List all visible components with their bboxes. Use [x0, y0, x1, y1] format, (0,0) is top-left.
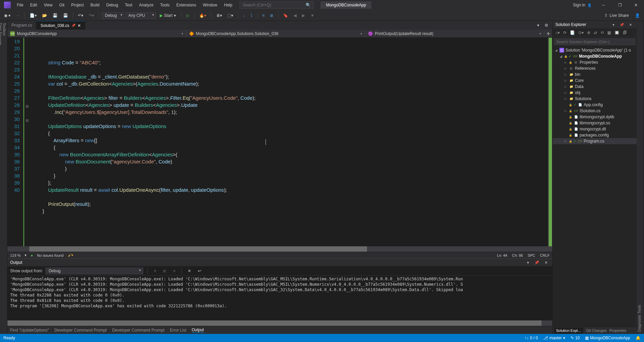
output-text[interactable]: 'MongoDBConsoleApp.exe' (CLR v4.0.30319:… — [7, 276, 552, 320]
bottom-tab-4[interactable]: Output — [192, 328, 204, 333]
account-icon[interactable]: 👤 — [633, 12, 642, 19]
fold-button[interactable]: ⊟ — [26, 103, 29, 110]
close-button[interactable]: ✕ — [629, 0, 643, 10]
tab-Program.cs[interactable]: Program.cs — [7, 21, 36, 30]
tab-Solution_038.cs[interactable]: Solution_038.cs📌✕ — [36, 21, 85, 30]
tab-settings-button[interactable]: ⚙ — [543, 22, 550, 29]
tree-item-Program.cs[interactable]: ▷🔒✓C#Program.cs — [553, 138, 637, 144]
split-button[interactable]: ✢ — [544, 30, 552, 37]
minimap-scrollbar[interactable] — [548, 38, 552, 246]
open-button[interactable]: 📂 — [40, 12, 49, 19]
save-all-button[interactable]: 💾 — [61, 12, 70, 19]
bottom-tab-2[interactable]: Developer Command Prompt — [112, 328, 164, 333]
outline-margin[interactable]: ⊟⊟ — [23, 38, 30, 246]
solution-tree[interactable]: ◢◫Solution 'MongoDBConsoleApp' (1 o◢🔒✓C#… — [553, 46, 637, 327]
se-btn-6[interactable]: 🗐 — [621, 29, 628, 36]
tb-btn-3[interactable]: ≣ — [268, 12, 275, 19]
menu-project[interactable]: Project — [68, 1, 87, 9]
se-dropdown-button[interactable]: ▾ — [611, 22, 616, 28]
bookmark-button[interactable]: 🔖 — [281, 12, 290, 19]
menu-edit[interactable]: Edit — [27, 1, 40, 9]
menu-build[interactable]: Build — [87, 1, 103, 9]
tree-item-References[interactable]: ▷⊞References — [553, 65, 637, 71]
tree-item-libmongocrypt.dylib[interactable]: 🔒📄libmongocrypt.dylib — [553, 114, 637, 120]
se-search-input[interactable] — [554, 38, 635, 45]
menu-view[interactable]: View — [40, 1, 56, 9]
start-no-debug-button[interactable]: ▷ — [184, 12, 191, 19]
output-pin-button[interactable]: 📌 — [532, 259, 541, 266]
nav-class-dropdown[interactable]: 🔶MongoDBConsoleApp.Solutions.Solution_03… — [186, 30, 365, 37]
step-over-button[interactable]: ⤵ — [248, 12, 254, 19]
hot-reload-button[interactable]: 🔥▾ — [197, 12, 208, 19]
nav-back-button[interactable]: ◉ ▾ — [2, 12, 12, 19]
signin-button[interactable]: Sign in👤 — [570, 1, 594, 9]
editor-hscroll[interactable] — [7, 246, 552, 252]
line-ending[interactable]: CRLF — [540, 253, 550, 257]
output-wrap-button[interactable]: ↩ — [196, 267, 203, 275]
tb-btn-6[interactable]: ▼ — [308, 12, 316, 19]
nav-project-dropdown[interactable]: C#MongoDBConsoleApp — [7, 30, 186, 37]
line-number[interactable]: Ln: 44 — [497, 253, 508, 257]
status-notifications[interactable]: 🔔 — [636, 336, 641, 340]
menu-tools[interactable]: Tools — [157, 1, 173, 9]
bottom-tab-3[interactable]: Error List — [170, 328, 186, 333]
output-dropdown-button[interactable]: ▾ — [525, 259, 531, 266]
output-source-dropdown[interactable]: Debug — [45, 268, 143, 274]
se-home-button[interactable]: ⌂▾ — [554, 29, 561, 36]
redo-button[interactable]: ↷▾ — [87, 12, 96, 19]
tb-btn-2[interactable]: ≡ — [260, 12, 267, 19]
output-btn-3[interactable]: ≡ — [171, 267, 177, 275]
tree-item-ISolution.cs[interactable]: ▷🔒C#ISolution.cs — [553, 108, 637, 114]
menu-help[interactable]: Help — [221, 1, 236, 9]
search-box[interactable]: 🔍 — [240, 1, 314, 9]
menu-test[interactable]: Test — [122, 1, 136, 9]
zoom-level[interactable]: 119 % — [10, 253, 21, 257]
status-branch[interactable]: ⎇ master ▾ — [543, 336, 565, 340]
se-pin-button[interactable]: 📌 — [618, 22, 626, 28]
tree-item-packages.config[interactable]: 🔒📄packages.config — [553, 132, 637, 138]
zoom-dropdown[interactable]: ▾ — [25, 253, 27, 257]
menu-extensions[interactable]: Extensions — [173, 1, 200, 9]
se-close-button[interactable]: ✕ — [627, 22, 634, 28]
tree-item-Solutions[interactable]: ▷📁Solutions — [553, 96, 637, 102]
indent-mode[interactable]: SPC — [528, 253, 535, 257]
tree-item-Data[interactable]: ▷📁Data — [553, 84, 637, 90]
live-share-button[interactable]: ⇪Live Share — [602, 12, 632, 19]
se-sync-button[interactable]: ⊙▾ — [577, 29, 585, 36]
new-button[interactable]: 📄▾ — [28, 12, 39, 19]
side-tab-diagnostic-tools[interactable]: Diagnostic Tools — [637, 27, 641, 332]
tab-dropdown-button[interactable]: ▾ — [535, 22, 541, 29]
output-btn-1[interactable]: ≡ — [152, 267, 158, 275]
issues-label[interactable]: No issues found — [37, 253, 64, 257]
tb-btn-4[interactable]: ◀ — [292, 12, 299, 19]
bottom-tab-1[interactable]: Developer Command Prompt — [54, 328, 106, 333]
menu-git[interactable]: Git — [56, 1, 68, 9]
undo-button[interactable]: ↶▾ — [76, 12, 85, 19]
tree-item-mongocrypt.dll[interactable]: 🔒📄mongocrypt.dll — [553, 126, 637, 132]
status-changes[interactable]: ✎ 10 — [571, 336, 580, 340]
code-content[interactable]: string Code = "ABC40"; IMongoDatabase _d… — [30, 38, 552, 246]
tree-item-obj[interactable]: ▷📁obj — [553, 90, 637, 96]
tb-btn-5[interactable]: ▶ — [300, 12, 307, 19]
se-btn-4[interactable]: ⇄ — [592, 29, 599, 36]
output-close-button[interactable]: ✕ — [543, 259, 550, 266]
nav-fwd-button[interactable]: → — [14, 12, 22, 19]
status-project[interactable]: ▦ MongoDBConsoleApp — [585, 336, 630, 340]
side-tab-toolbox[interactable]: Toolbox — [2, 23, 6, 328]
step-into-button[interactable]: ↓ — [241, 12, 247, 19]
search-input[interactable] — [243, 3, 306, 7]
menu-file[interactable]: File — [13, 1, 27, 9]
output-hscroll[interactable] — [7, 320, 552, 326]
close-tab-icon[interactable]: ✕ — [78, 23, 81, 28]
maximize-button[interactable]: ❐ — [613, 0, 626, 10]
rbt-0[interactable]: Solution Expl… — [554, 328, 583, 334]
code-editor[interactable]: 1920212223242526272829303132333435363738… — [7, 38, 552, 246]
tree-item-Solution 'MongoDBConsoleApp' (1 o[interactable]: ◢◫Solution 'MongoDBConsoleApp' (1 o — [553, 47, 637, 53]
tb-btn-1[interactable]: ⬚▾ — [225, 12, 235, 19]
tree-item-App.config[interactable]: 🔒✓📄App.config — [553, 102, 637, 108]
se-btn-5[interactable]: 🔲 — [613, 29, 621, 36]
config-dropdown[interactable]: Debug — [102, 12, 124, 19]
platform-dropdown[interactable]: Any CPU — [125, 12, 156, 19]
tree-item-MongoDBConsoleApp[interactable]: ◢🔒✓C#MongoDBConsoleApp — [553, 53, 637, 59]
output-btn-2[interactable]: ≣ — [161, 267, 168, 275]
